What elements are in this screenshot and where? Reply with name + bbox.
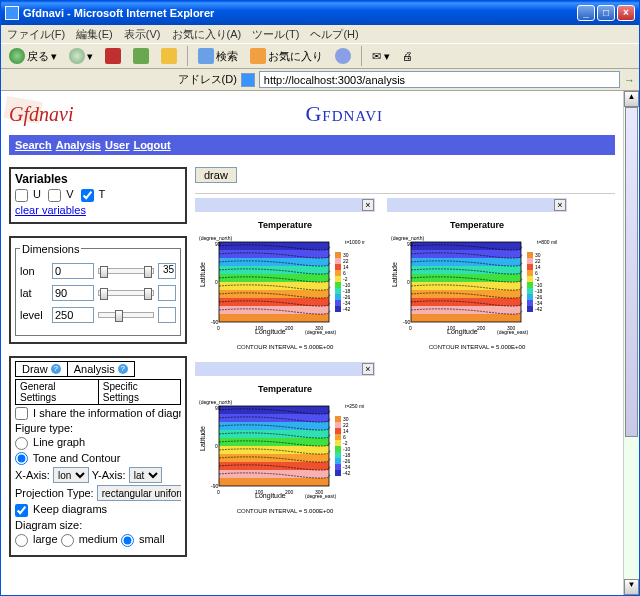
toolbar-sep [361,46,362,66]
subtab-general[interactable]: General Settings [15,379,99,405]
clear-variables-link[interactable]: clear variables [15,204,86,216]
dim-level-slider[interactable] [98,312,154,318]
projtype-select[interactable]: rectangular uniform coordin [97,485,181,501]
yaxis-select[interactable]: lat [129,467,162,483]
svg-text:100: 100 [255,489,264,495]
home-button[interactable] [157,46,181,66]
address-input[interactable] [259,71,620,88]
svg-rect-19 [335,270,341,276]
menu-edit[interactable]: 編集(E) [76,28,113,40]
search-button[interactable]: 検索 [194,46,242,66]
dim-lon-end[interactable]: 35 [158,263,176,279]
scrollbar[interactable]: ▲ ▼ [623,91,639,595]
svg-text:200: 200 [477,325,486,331]
size-large-radio[interactable] [15,534,28,547]
nav-logout[interactable]: Logout [133,139,170,151]
menu-help[interactable]: ヘルプ(H) [310,28,358,40]
draw-button[interactable]: draw [195,167,237,183]
dim-level-label: level [20,309,48,321]
size-small-label[interactable]: small [121,533,165,545]
menu-favorites[interactable]: お気に入り(A) [172,28,242,40]
dim-lat-slider[interactable] [98,290,154,296]
var-t[interactable]: T [81,188,106,200]
svg-text:-42: -42 [343,470,350,476]
size-medium-radio[interactable] [61,534,74,547]
tab-draw[interactable]: Draw? [15,361,68,377]
linegraph-radio[interactable] [15,437,28,450]
size-large-label[interactable]: large [15,533,58,545]
mail-button[interactable]: ✉ ▾ [368,48,394,65]
nav-user[interactable]: User [105,139,129,151]
tab-analysis[interactable]: Analysis? [68,361,135,377]
tonecontour-radio[interactable] [15,452,28,465]
tonecontour-radio-label[interactable]: Tone and Contour [15,452,120,464]
nav-analysis[interactable]: Analysis [56,139,101,151]
svg-text:Latitude: Latitude [391,262,398,287]
svg-text:300: 300 [315,325,324,331]
svg-text:0: 0 [217,489,220,495]
size-small-radio[interactable] [121,534,134,547]
plot-close-button[interactable]: × [554,199,566,211]
dim-lat-input[interactable] [52,285,94,301]
keep-checkbox-label[interactable]: Keep diagrams [15,503,107,515]
minimize-button[interactable]: _ [577,5,595,21]
var-v[interactable]: V [48,188,73,200]
plot: Temperature (degree_north) t=1000 mi 302… [195,220,375,350]
svg-rect-21 [335,276,341,282]
maximize-button[interactable]: □ [597,5,615,21]
svg-text:0: 0 [407,279,410,285]
scroll-up-button[interactable]: ▲ [624,91,639,107]
dim-level-end[interactable] [158,307,176,323]
svg-rect-60 [527,264,533,270]
svg-text:300: 300 [507,325,516,331]
share-checkbox-label[interactable]: I share the information of diagrams whic… [15,407,181,419]
favorites-button[interactable]: お気に入り [246,46,327,66]
projtype-label: Projection Type: [15,487,94,499]
dim-lat-label: lat [20,287,48,299]
dim-lon-slider[interactable] [98,268,154,274]
go-button[interactable]: → [624,74,635,86]
print-button[interactable]: 🖨 [398,48,417,64]
scroll-thumb[interactable] [625,107,638,437]
plot: Temperature (degree_north) t=250 mi 3022… [195,384,375,514]
help-icon[interactable]: ? [51,364,61,374]
svg-text:t=800 milli: t=800 milli [537,239,557,245]
var-t-checkbox[interactable] [81,189,94,202]
var-v-checkbox[interactable] [48,189,61,202]
var-u-checkbox[interactable] [15,189,28,202]
svg-text:t=1000 mi: t=1000 mi [345,239,365,245]
svg-text:200: 200 [285,325,294,331]
back-button[interactable]: 戻る ▾ [5,46,61,66]
dim-lat-end[interactable] [158,285,176,301]
linegraph-radio-label[interactable]: Line graph [15,436,85,448]
stop-button[interactable] [101,46,125,66]
share-checkbox[interactable] [15,407,28,420]
close-button[interactable]: × [617,5,635,21]
refresh-button[interactable] [129,46,153,66]
xaxis-select[interactable]: lon [53,467,89,483]
keep-checkbox[interactable] [15,504,28,517]
menu-tools[interactable]: ツール(T) [252,28,299,40]
scroll-down-button[interactable]: ▼ [624,579,639,595]
plot-close-button[interactable]: × [362,199,374,211]
history-button[interactable] [331,46,355,66]
plot-toolbar: × [195,362,375,376]
plot-close-button[interactable]: × [362,363,374,375]
help-icon[interactable]: ? [118,364,128,374]
dim-lon-input[interactable] [52,263,94,279]
menu-file[interactable]: ファイル(F) [7,28,65,40]
svg-text:100: 100 [447,325,456,331]
size-medium-label[interactable]: medium [61,533,118,545]
var-u[interactable]: U [15,188,41,200]
svg-text:Latitude: Latitude [199,426,206,451]
menu-view[interactable]: 表示(V) [124,28,161,40]
plot-svg: (degree_north) t=250 mi 3022146-2-10-18-… [195,396,365,506]
app-window: Gfdnavi - Microsoft Internet Explorer _ … [0,0,640,596]
svg-rect-115 [335,464,341,470]
nav-search[interactable]: Search [15,139,52,151]
dim-level-input[interactable] [52,307,94,323]
subtab-specific[interactable]: Specific Settings [99,379,181,405]
dsize-label: Diagram size: [15,519,181,531]
forward-button[interactable]: ▾ [65,46,97,66]
svg-text:90: 90 [407,241,413,247]
